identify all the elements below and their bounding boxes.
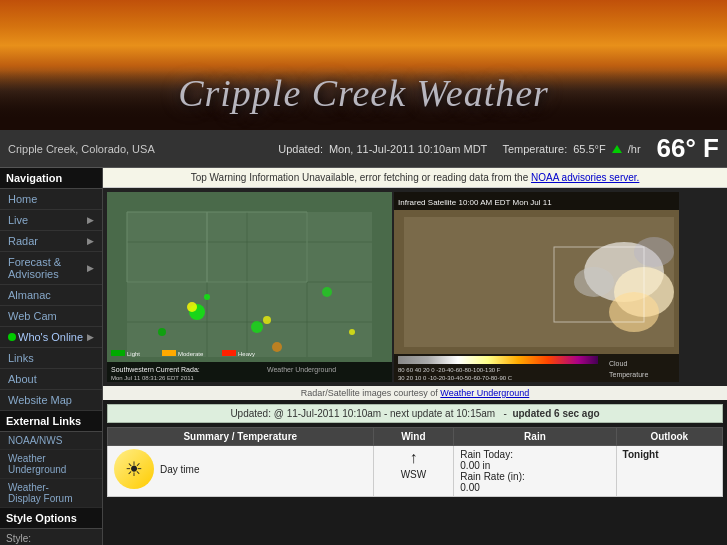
svg-point-12 — [158, 328, 166, 336]
weather-icon: ☀ — [114, 449, 154, 489]
sidebar-item-about[interactable]: About — [0, 369, 102, 390]
sidebar-item-home[interactable]: Home — [0, 189, 102, 210]
forecast-arrow-icon: ▶ — [87, 263, 94, 273]
wind-direction: WSW — [380, 469, 448, 480]
updated-label: Updated: — [278, 143, 323, 155]
sidebar-link-weather-display[interactable]: Weather-Display Forum — [0, 479, 102, 508]
summary-cell: ☀ Day time — [108, 446, 374, 497]
svg-rect-22 — [162, 350, 176, 356]
svg-point-29 — [609, 292, 659, 332]
wind-cell: ↑ WSW — [373, 446, 454, 497]
warning-text: Top Warning Information Unavailable, err… — [191, 172, 531, 183]
sidebar-item-website-map-label: Website Map — [8, 394, 72, 406]
svg-rect-24 — [222, 350, 236, 356]
warning-bar: Top Warning Information Unavailable, err… — [103, 168, 727, 188]
header-banner: Cripple Creek Weather — [0, 0, 727, 130]
svg-text:Moderate: Moderate — [178, 351, 204, 357]
weather-table: Summary / Temperature Wind Rain Outlook … — [107, 427, 723, 497]
radar-map: Southwestern Current Rada: Mon Jul 11 08… — [107, 192, 392, 382]
temp-up-arrow — [612, 145, 622, 153]
wind-arrow: ↑ — [380, 449, 448, 467]
svg-text:Southwestern Current Rada:: Southwestern Current Rada: — [111, 366, 200, 373]
sidebar: Navigation Home Live ▶ Radar ▶ Forecast … — [0, 168, 103, 545]
wind-rate: /hr — [628, 143, 641, 155]
location-text: Cripple Creek, Colorado, USA — [8, 143, 155, 155]
col-header-rain: Rain — [454, 428, 616, 446]
rain-cell: Rain Today: 0.00 in Rain Rate (in): 0.00 — [454, 446, 616, 497]
sidebar-item-links[interactable]: Links — [0, 348, 102, 369]
updated-time: Mon, 11-Jul-2011 10:10am MDT — [329, 143, 487, 155]
svg-rect-36 — [398, 356, 598, 364]
sidebar-item-almanac-label: Almanac — [8, 289, 51, 301]
summary-label: Day time — [160, 464, 199, 475]
update-text: Updated: @ 11-Jul-2011 10:10am - next up… — [230, 408, 495, 419]
sidebar-item-live[interactable]: Live ▶ — [0, 210, 102, 231]
live-arrow-icon: ▶ — [87, 215, 94, 225]
weather-underground-link[interactable]: Weather Underground — [440, 388, 529, 398]
updated-ago: updated 6 sec ago — [512, 408, 599, 419]
sidebar-item-links-label: Links — [8, 352, 34, 364]
satellite-svg: Infrared Satellite 10:00 AM EDT Mon Jul … — [394, 192, 679, 382]
temperature-value: 65.5°F — [573, 143, 606, 155]
col-header-wind: Wind — [373, 428, 454, 446]
table-row: ☀ Day time ↑ WSW Rain Today: 0.00 in Ra — [108, 446, 723, 497]
svg-rect-20 — [111, 350, 125, 356]
main-layout: Navigation Home Live ▶ Radar ▶ Forecast … — [0, 168, 727, 545]
outlook-cell: Tonight — [616, 446, 722, 497]
rain-today-label: Rain Today: — [460, 449, 609, 460]
sidebar-item-almanac[interactable]: Almanac — [0, 285, 102, 306]
col-header-outlook: Outlook — [616, 428, 722, 446]
online-indicator — [8, 333, 16, 341]
svg-point-11 — [322, 287, 332, 297]
svg-point-15 — [204, 294, 210, 300]
style-section: Style: — [0, 529, 102, 545]
whos-online-arrow-icon: ▶ — [87, 332, 94, 342]
svg-text:30 20 10  0 -10-20-30-40-50-60: 30 20 10 0 -10-20-30-40-50-60-70-80-90 C — [398, 375, 513, 381]
svg-text:Heavy: Heavy — [238, 351, 255, 357]
rain-rate-label: Rain Rate (in): — [460, 471, 609, 482]
svg-point-30 — [574, 267, 614, 297]
svg-point-13 — [349, 329, 355, 335]
sidebar-item-website-map[interactable]: Website Map — [0, 390, 102, 411]
sidebar-link-weather-underground[interactable]: WeatherUnderground — [0, 450, 102, 479]
sidebar-item-radar[interactable]: Radar ▶ — [0, 231, 102, 252]
noaa-advisories-link[interactable]: NOAA advisories server. — [531, 172, 639, 183]
content-area: Top Warning Information Unavailable, err… — [103, 168, 727, 545]
radar-arrow-icon: ▶ — [87, 236, 94, 246]
weather-status: Updated: Mon, 11-Jul-2011 10:10am MDT Te… — [278, 133, 719, 164]
sidebar-item-radar-label: Radar — [8, 235, 38, 247]
svg-point-9 — [251, 321, 263, 333]
sidebar-item-live-label: Live — [8, 214, 28, 226]
satellite-map: Infrared Satellite 10:00 AM EDT Mon Jul … — [394, 192, 679, 382]
svg-text:Cloud: Cloud — [609, 360, 627, 367]
sidebar-item-forecast[interactable]: Forecast &Advisories ▶ — [0, 252, 102, 285]
nav-header: Navigation — [0, 168, 102, 189]
sidebar-item-home-label: Home — [8, 193, 37, 205]
radar-svg: Southwestern Current Rada: Mon Jul 11 08… — [107, 192, 392, 382]
temperature-label: Temperature: — [502, 143, 567, 155]
svg-text:80 60 40 20  0  -20-40-60-80-1: 80 60 40 20 0 -20-40-60-80-100-130 F — [398, 367, 501, 373]
sidebar-item-whos-online[interactable]: Who's Online ▶ — [0, 327, 102, 348]
rain-rate-value: 0.00 — [460, 482, 609, 493]
site-title: Cripple Creek Weather — [178, 71, 549, 115]
external-links-header: External Links — [0, 411, 102, 432]
outlook-label: Tonight — [623, 449, 659, 460]
radar-courtesy: Radar/Satellite images courtesy of Weath… — [103, 386, 727, 400]
svg-text:Weather Underground: Weather Underground — [267, 366, 336, 374]
map-row: Southwestern Current Rada: Mon Jul 11 08… — [103, 188, 727, 386]
sidebar-link-noaa[interactable]: NOAA/NWS — [0, 432, 102, 450]
info-bar: Cripple Creek, Colorado, USA Updated: Mo… — [0, 130, 727, 168]
sidebar-item-about-label: About — [8, 373, 37, 385]
style-label: Style: — [6, 533, 31, 544]
sidebar-item-webcam-label: Web Cam — [8, 310, 57, 322]
svg-point-31 — [634, 237, 674, 267]
svg-point-14 — [272, 342, 282, 352]
svg-text:Temperature: Temperature — [609, 371, 648, 379]
svg-point-8 — [187, 302, 197, 312]
courtesy-text: Radar/Satellite images courtesy of — [301, 388, 441, 398]
temp-display-large: 66° F — [657, 133, 719, 164]
svg-point-10 — [263, 316, 271, 324]
sidebar-item-whos-online-label: Who's Online — [8, 331, 83, 343]
svg-text:Light: Light — [127, 351, 140, 357]
sidebar-item-webcam[interactable]: Web Cam — [0, 306, 102, 327]
